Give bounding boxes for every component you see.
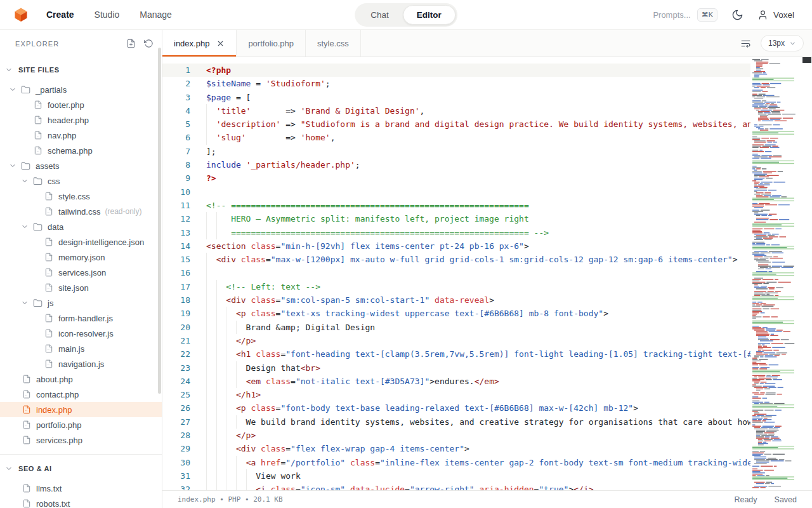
app-window: CreateStudioManage ChatEditor Prompts...… [0, 0, 812, 508]
tab-portfolio-php[interactable]: portfolio.php [237, 30, 306, 57]
code-line-24[interactable]: 24 <em class="not-italic text-[#3D5A73]"… [162, 375, 750, 388]
primary-nav: CreateStudioManage [46, 10, 172, 20]
file-icon [44, 314, 53, 323]
code-line-10[interactable]: 10 [162, 185, 750, 199]
code-line-17[interactable]: 17 <!-- Left: text --> [162, 280, 750, 293]
tab-index-php[interactable]: index.php [162, 30, 237, 57]
code-line-27[interactable]: 27 We build brand identity systems, webs… [162, 415, 750, 429]
line-number: 18 [162, 293, 206, 307]
code-line-4[interactable]: 4 'title' => 'Brand & Digital Design', [162, 104, 750, 117]
code-line-20[interactable]: 20 Brand &amp; Digital Design [162, 321, 750, 334]
status-bar: index.php • PHP • 20.1 KB Ready Saved [162, 490, 812, 508]
code-line-22[interactable]: 22 <h1 class="font-heading text-[clamp(3… [162, 347, 750, 361]
nav-item-manage[interactable]: Manage [140, 10, 172, 20]
tree-file-services-json[interactable]: services.json [0, 265, 162, 280]
code-line-30[interactable]: 30 <a href="/portfolio" class="inline-fl… [162, 456, 750, 469]
tree-folder-data[interactable]: data [0, 219, 162, 234]
user-menu[interactable]: Voxel [757, 10, 794, 20]
code-line-8[interactable]: 8include '_partials/header.php'; [162, 158, 750, 171]
tree-file-about-php[interactable]: about.php [0, 371, 162, 387]
tree-file-form-handler-js[interactable]: form-handler.js [0, 311, 162, 326]
line-number: 25 [162, 388, 206, 401]
tree-file-tailwind-css[interactable]: tailwind.css(read-only) [0, 204, 162, 219]
code-line-23[interactable]: 23 Design that<br> [162, 361, 750, 375]
tree-section-seo-ai[interactable]: SEO & AI [0, 461, 162, 476]
code-line-15[interactable]: 15 <div class="max-w-[1200px] mx-auto w-… [162, 253, 750, 266]
tab-style-css[interactable]: style.css [306, 30, 361, 57]
tree-file-index-php[interactable]: index.php [0, 402, 162, 417]
tree-section-site-files[interactable]: SITE FILES [0, 62, 162, 77]
moon-icon [731, 9, 743, 21]
tree-file-icon-resolver-js[interactable]: icon-resolver.js [0, 326, 162, 341]
code-line-12[interactable]: 12 HERO — Asymmetric split: manifesto le… [162, 212, 750, 225]
status-right: Ready Saved [734, 495, 797, 504]
tree-folder-assets[interactable]: assets [0, 158, 162, 173]
mode-tab-editor[interactable]: Editor [403, 5, 455, 25]
font-size-value: 13px [768, 39, 785, 48]
line-number: 4 [162, 104, 206, 117]
code-line-25[interactable]: 25 </h1> [162, 388, 750, 401]
tree-file-navigation-js[interactable]: navigation.js [0, 356, 162, 371]
tree-file-memory-json[interactable]: memory.json [0, 250, 162, 265]
mode-tab-chat[interactable]: Chat [357, 5, 403, 25]
code-line-14[interactable]: 14<section class="min-h-[92vh] flex item… [162, 239, 750, 253]
editor-scrollbar[interactable] [802, 57, 812, 490]
sidebar-scrollbar[interactable] [158, 48, 161, 394]
line-number: 14 [162, 239, 206, 253]
file-icon [44, 207, 53, 216]
minimap[interactable] [750, 57, 802, 490]
code-line-18[interactable]: 18 <div class="sm:col-span-5 sm:col-star… [162, 293, 750, 307]
code-line-26[interactable]: 26 <p class="font-body text-base leading… [162, 401, 750, 415]
code-line-13[interactable]: 13 =====================================… [162, 226, 750, 239]
tree-folder-css[interactable]: css [0, 173, 162, 189]
code-line-21[interactable]: 21 </p> [162, 334, 750, 347]
code-line-19[interactable]: 19 <p class="text-xs tracking-widest upp… [162, 307, 750, 320]
tree-file-main-js[interactable]: main.js [0, 341, 162, 356]
new-file-button[interactable] [126, 39, 136, 48]
font-size-select[interactable]: 13px [761, 35, 804, 51]
tree-file-nav-php[interactable]: nav.php [0, 128, 162, 143]
tree-file-header-php[interactable]: header.php [0, 112, 162, 128]
tree-file-site-json[interactable]: site.json [0, 280, 162, 295]
code-line-6[interactable]: 6 'slug' => 'home', [162, 131, 750, 144]
line-number: 3 [162, 91, 206, 104]
tree-file-llms-txt[interactable]: llms.txt [0, 481, 162, 496]
code-line-9[interactable]: 9?> [162, 171, 750, 185]
nav-item-studio[interactable]: Studio [95, 10, 120, 20]
code-line-2[interactable]: 2$siteName = 'Studioform'; [162, 77, 750, 90]
code-line-5[interactable]: 5 'description' => "Studioform is a bran… [162, 117, 750, 131]
tree-file-robots-txt[interactable]: robots.txt [0, 496, 162, 508]
file-icon [34, 131, 43, 140]
code-line-28[interactable]: 28 </p> [162, 429, 750, 442]
refresh-button[interactable] [144, 39, 154, 48]
tree-file-services-php[interactable]: services.php [0, 432, 162, 448]
explorer-header: EXPLORER [0, 30, 162, 57]
nav-item-create[interactable]: Create [46, 10, 74, 20]
tree-file-style-css[interactable]: style.css [0, 189, 162, 204]
file-suffix: (read-only) [105, 207, 141, 216]
tree-file-contact-php[interactable]: contact.php [0, 387, 162, 402]
line-number: 32 [162, 483, 206, 490]
code-line-31[interactable]: 31 View work [162, 469, 750, 483]
tree-file-portfolio-php[interactable]: portfolio.php [0, 417, 162, 432]
code-line-11[interactable]: 11<!-- =================================… [162, 199, 750, 212]
editor-scrollbar-thumb[interactable] [802, 57, 811, 63]
theme-toggle-button[interactable] [731, 9, 743, 21]
tree-file-design-intelligence-json[interactable]: design-intelligence.json [0, 234, 162, 250]
tree-file-schema-php[interactable]: schema.php [0, 143, 162, 158]
code-line-16[interactable]: 16 [162, 266, 750, 279]
tree-folder-js[interactable]: js [0, 295, 162, 311]
explorer-title: EXPLORER [15, 40, 60, 48]
app-logo-cube-icon[interactable] [13, 6, 29, 23]
code-line-3[interactable]: 3$page = [ [162, 91, 750, 104]
code-line-29[interactable]: 29 <div class="flex flex-wrap gap-4 item… [162, 442, 750, 455]
code-line-7[interactable]: 7]; [162, 145, 750, 158]
code-line-1[interactable]: 1<?php [162, 64, 750, 77]
prompts-button[interactable]: Prompts... ⌘K [653, 8, 717, 22]
code-editor[interactable]: 1<?php2$siteName = 'Studioform';3$page =… [162, 57, 750, 490]
code-line-32[interactable]: 32 <i class="icon-sm" data-lucide="arrow… [162, 483, 750, 490]
tree-folder--partials[interactable]: _partials [0, 82, 162, 97]
word-wrap-button[interactable] [740, 38, 751, 49]
tree-file-footer-php[interactable]: footer.php [0, 97, 162, 112]
close-tab-icon[interactable] [216, 39, 225, 48]
